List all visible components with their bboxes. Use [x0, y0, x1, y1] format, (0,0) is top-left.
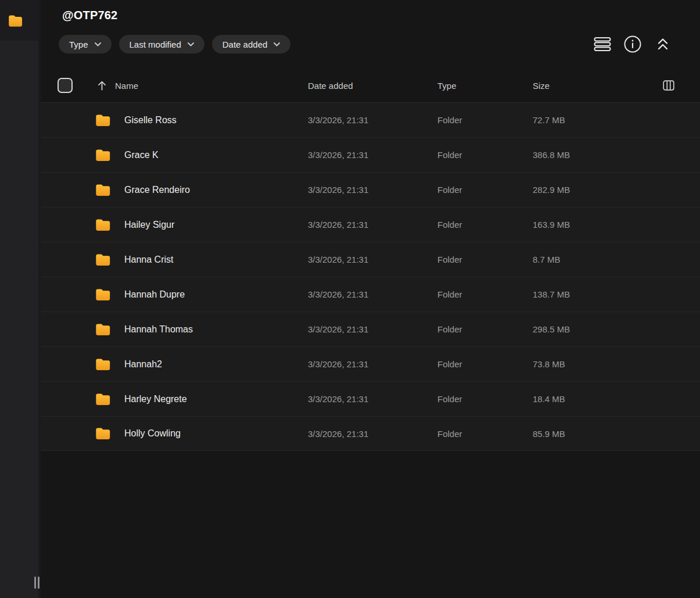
file-size: 73.8 MB [533, 359, 700, 369]
file-size: 138.7 MB [533, 289, 700, 299]
table-header: Name Date added Type Size [41, 69, 700, 102]
list-icon [594, 37, 611, 52]
file-name: Harley Negrete [124, 394, 308, 404]
folder-icon [95, 219, 124, 231]
folder-icon [8, 15, 23, 27]
file-type: Folder [437, 185, 533, 195]
file-size: 85.9 MB [533, 429, 700, 439]
table-row[interactable]: Hanna Crist 3/3/2026, 21:31 Folder 8.7 M… [41, 242, 700, 277]
file-date-added: 3/3/2026, 21:31 [308, 429, 437, 439]
file-date-added: 3/3/2026, 21:31 [308, 289, 437, 299]
table-row[interactable]: Grace Rendeiro 3/3/2026, 21:31 Folder 28… [41, 172, 700, 207]
file-date-added: 3/3/2026, 21:31 [308, 115, 437, 125]
file-type: Folder [437, 324, 533, 334]
columns-settings-button[interactable] [663, 80, 674, 91]
table-row[interactable]: Hailey Sigur 3/3/2026, 21:31 Folder 163.… [41, 207, 700, 242]
file-size: 282.9 MB [533, 185, 700, 195]
file-name: Hailey Sigur [124, 220, 308, 230]
folder-icon [95, 149, 124, 162]
file-date-added: 3/3/2026, 21:31 [308, 220, 437, 230]
sidebar [0, 0, 41, 598]
file-name: Holly Cowling [124, 428, 308, 439]
folder-icon [95, 253, 124, 266]
file-size: 18.4 MB [533, 394, 700, 404]
select-all-checkbox[interactable] [58, 78, 73, 93]
filter-chips: Type Last modified Date added [59, 35, 290, 53]
filter-chip-last-modified[interactable]: Last modified [119, 35, 204, 53]
filter-chip-label: Last modified [130, 40, 181, 49]
file-date-added: 3/3/2026, 21:31 [308, 185, 437, 195]
file-size: 8.7 MB [533, 255, 700, 264]
file-size: 298.5 MB [533, 324, 700, 334]
panel-resize-handle[interactable] [34, 576, 40, 589]
page-title: @OTP762 [62, 9, 700, 22]
filter-chip-type[interactable]: Type [59, 35, 112, 53]
column-header-type[interactable]: Type [437, 81, 533, 91]
file-date-added: 3/3/2026, 21:31 [308, 150, 437, 160]
file-date-added: 3/3/2026, 21:31 [308, 324, 437, 334]
collapse-button[interactable] [654, 35, 672, 53]
file-name: Hanna Crist [124, 255, 308, 265]
double-chevron-up-icon [656, 38, 670, 51]
table-row[interactable]: Hannah Dupre 3/3/2026, 21:31 Folder 138.… [41, 277, 700, 311]
table-row[interactable]: Grace K 3/3/2026, 21:31 Folder 386.8 MB [41, 137, 700, 172]
chevron-down-icon [188, 42, 194, 46]
file-size: 386.8 MB [533, 150, 700, 160]
list-view-button[interactable] [593, 35, 612, 53]
file-type: Folder [437, 429, 533, 439]
file-type: Folder [437, 115, 533, 125]
chevron-down-icon [95, 42, 101, 46]
folder-icon [95, 358, 124, 371]
file-size: 72.7 MB [533, 115, 700, 125]
column-header-name[interactable]: Name [97, 80, 308, 91]
file-type: Folder [437, 359, 533, 369]
columns-icon [663, 80, 674, 91]
table-row[interactable]: Harley Negrete 3/3/2026, 21:31 Folder 18… [41, 381, 700, 416]
folder-icon [95, 323, 124, 336]
table-row[interactable]: Holly Cowling 3/3/2026, 21:31 Folder 85.… [41, 416, 700, 451]
file-name: Hannah2 [124, 359, 308, 370]
file-type: Folder [437, 220, 533, 230]
folder-icon [95, 184, 124, 196]
file-date-added: 3/3/2026, 21:31 [308, 255, 437, 264]
toolbar-actions [593, 35, 672, 53]
column-label-name: Name [115, 81, 138, 91]
file-type: Folder [437, 255, 533, 264]
folder-icon [95, 427, 124, 440]
file-name: Grace Rendeiro [124, 185, 308, 195]
sidebar-logo-block[interactable] [0, 0, 38, 41]
file-size: 163.9 MB [533, 220, 700, 230]
arrow-up-icon [97, 80, 107, 91]
column-header-size[interactable]: Size [533, 81, 663, 91]
column-header-date-added[interactable]: Date added [308, 81, 437, 91]
folder-icon [95, 114, 124, 127]
info-icon [623, 35, 642, 53]
file-date-added: 3/3/2026, 21:31 [308, 394, 437, 404]
filter-chip-label: Type [69, 40, 88, 49]
file-name: Giselle Ross [124, 115, 308, 126]
folder-icon [95, 393, 124, 406]
filter-chip-label: Date added [222, 40, 268, 49]
info-button[interactable] [623, 35, 642, 53]
chevron-down-icon [274, 42, 280, 46]
file-name: Hannah Thomas [124, 324, 308, 335]
file-type: Folder [437, 394, 533, 404]
file-type: Folder [437, 289, 533, 299]
titlebar: @OTP762 [41, 0, 700, 35]
folder-icon [95, 288, 124, 301]
table-row[interactable]: Hannah Thomas 3/3/2026, 21:31 Folder 298… [41, 311, 700, 346]
file-name: Grace K [124, 150, 308, 160]
filter-chip-date-added[interactable]: Date added [212, 35, 291, 53]
file-type: Folder [437, 150, 533, 160]
file-name: Hannah Dupre [124, 289, 308, 300]
main-panel: @OTP762 Type Last modified Date added [41, 0, 700, 598]
file-manager-app: @OTP762 Type Last modified Date added [0, 0, 700, 598]
toolbar: Type Last modified Date added [41, 35, 700, 53]
file-date-added: 3/3/2026, 21:31 [308, 359, 437, 369]
table-row[interactable]: Hannah2 3/3/2026, 21:31 Folder 73.8 MB [41, 346, 700, 381]
table-row[interactable]: Giselle Ross 3/3/2026, 21:31 Folder 72.7… [41, 102, 700, 137]
file-list: Giselle Ross 3/3/2026, 21:31 Folder 72.7… [41, 102, 700, 451]
